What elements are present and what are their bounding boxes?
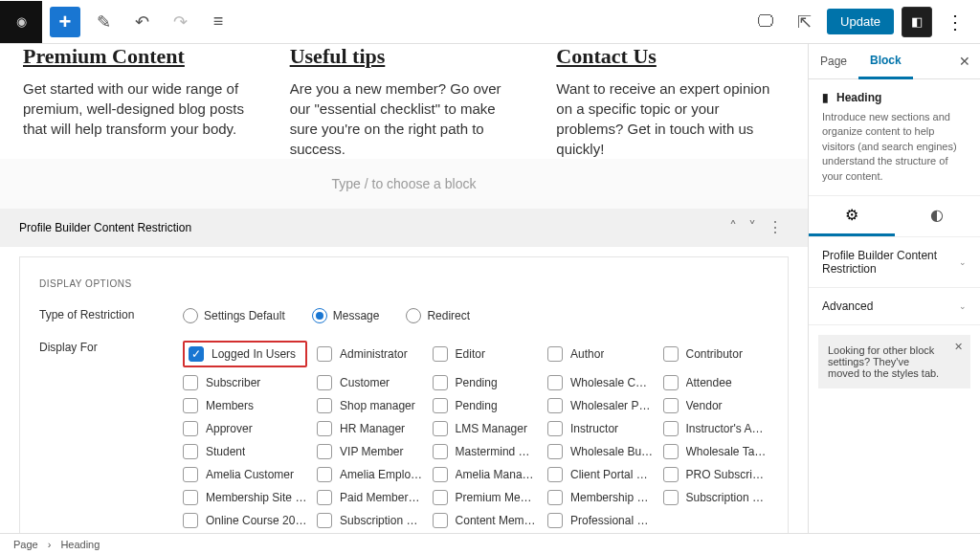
checkbox-role[interactable]: Student — [183, 444, 307, 459]
content-column[interactable]: Contact Us Want to receive an expert opi… — [556, 44, 785, 159]
checkbox-role[interactable]: Content Membership Plan — [433, 513, 538, 528]
tab-page[interactable]: Page — [809, 45, 858, 78]
block-type-name: Heading — [836, 91, 881, 104]
settings-tab-icon[interactable]: ⚙ — [809, 196, 895, 236]
checkbox-role[interactable]: Amelia Manager — [433, 467, 538, 482]
move-down-icon[interactable]: ˅ — [743, 218, 762, 236]
checkbox-role[interactable]: Client Portal Subscription — [547, 467, 653, 482]
checkbox-role[interactable]: Members — [183, 398, 307, 413]
block-inserter-prompt[interactable]: Type / to choose a block — [0, 159, 808, 209]
content-column[interactable]: Premium Content Get started with our wid… — [23, 44, 252, 159]
checkbox-role[interactable]: Paid Membership Plan — [317, 490, 422, 505]
checkbox-role[interactable]: Customer — [317, 375, 422, 390]
checkbox-role[interactable]: Contributor — [663, 341, 768, 367]
type-of-restriction-label: Type of Restriction — [39, 308, 183, 323]
tab-block[interactable]: Block — [858, 44, 913, 79]
dismiss-notice-icon[interactable]: ✕ — [954, 341, 963, 353]
checkbox-role[interactable]: Author — [547, 341, 653, 367]
checkbox-role[interactable]: Editor — [433, 341, 538, 367]
add-block-button[interactable]: + — [50, 7, 80, 37]
breadcrumb-leaf[interactable]: Heading — [60, 539, 100, 550]
checkbox-role[interactable]: Shop manager — [317, 398, 422, 413]
display-options-heading: DISPLAY OPTIONS — [39, 278, 768, 289]
more-options-icon[interactable]: ⋮ — [940, 11, 970, 33]
checkbox-role[interactable]: Pending — [433, 398, 538, 413]
list-view-icon[interactable]: ≡ — [203, 7, 234, 37]
checkbox-role[interactable]: Subscription Plan — [317, 513, 422, 528]
device-preview-icon[interactable]: 🖵 — [750, 7, 781, 37]
checkbox-role[interactable]: Wholesale Buyer — [547, 444, 653, 459]
column-body[interactable]: Want to receive an expert opinion on a s… — [556, 78, 785, 159]
column-heading[interactable]: Contact Us — [556, 44, 785, 69]
panel-heading: Profile Builder Content Restriction — [19, 221, 191, 234]
styles-moved-notice: Looking for other block settings? They'v… — [818, 335, 970, 388]
styles-tab-icon[interactable]: ◐ — [895, 196, 981, 236]
column-heading[interactable]: Useful tips — [290, 44, 519, 69]
checkbox-role[interactable]: Wholesaler Purchasers — [547, 398, 653, 413]
checkbox-role[interactable]: VIP Member — [317, 444, 422, 459]
site-logo[interactable]: ◉ — [0, 1, 42, 43]
checkbox-role[interactable]: Professional Fitness Plan — [547, 513, 653, 528]
chevron-down-icon: ⌄ — [959, 301, 967, 311]
chevron-down-icon: ⌄ — [959, 257, 967, 267]
checkbox-role[interactable]: Membership Plan 2023 — [547, 490, 653, 505]
checkbox-role[interactable]: Vendor — [663, 398, 768, 413]
checkbox-role[interactable]: Online Course 2023 — [183, 513, 307, 528]
display-for-label: Display For — [39, 341, 183, 354]
checkbox-role[interactable]: HR Manager — [317, 421, 422, 436]
update-button[interactable]: Update — [827, 9, 894, 34]
checkbox-role[interactable]: Instructor — [547, 421, 653, 436]
edit-icon[interactable]: ✎ — [88, 7, 119, 37]
checkbox-role[interactable]: Administrator — [317, 341, 422, 367]
undo-icon[interactable]: ↶ — [126, 7, 157, 37]
column-body[interactable]: Get started with our wide range of premi… — [23, 78, 252, 139]
column-heading[interactable]: Premium Content — [23, 44, 252, 69]
panel-options-icon[interactable]: ⋮ — [762, 218, 789, 236]
checkbox-role[interactable]: Subscriber — [183, 375, 307, 390]
checkbox-role[interactable]: Premium Membership Con... — [433, 490, 538, 505]
sidebar-panel-content-restriction[interactable]: Profile Builder Content Restriction⌄ — [809, 237, 980, 288]
checkbox-role[interactable]: Amelia Customer — [183, 467, 307, 482]
breadcrumb-root[interactable]: Page — [13, 539, 38, 550]
external-preview-icon[interactable]: ⇱ — [789, 7, 819, 37]
settings-sidebar-toggle[interactable]: ◧ — [902, 7, 932, 37]
block-type-description: Introduce new sections and organize cont… — [822, 110, 967, 184]
checkbox-role[interactable]: Subscription Plan — [663, 490, 768, 505]
close-sidebar-icon[interactable]: ✕ — [949, 54, 980, 69]
checkbox-role[interactable]: Attendee — [663, 375, 768, 390]
move-up-icon[interactable]: ˄ — [724, 218, 743, 236]
checkbox-role[interactable]: Approver — [183, 421, 307, 436]
sidebar-panel-advanced[interactable]: Advanced⌄ — [809, 288, 980, 325]
checkbox-role[interactable]: PRO Subscription — [663, 467, 768, 482]
checkbox-role[interactable]: Wholesale Tax Free — [663, 444, 768, 459]
checkbox-role[interactable]: Membership Site Subscript... — [183, 490, 307, 505]
checkbox-role[interactable]: Pending — [433, 375, 538, 390]
checkbox-role[interactable]: LMS Manager — [433, 421, 538, 436]
radio-redirect[interactable]: Redirect — [406, 308, 470, 323]
column-body[interactable]: Are you a new member? Go over our "essen… — [290, 78, 519, 159]
radio-settings-default[interactable]: Settings Default — [183, 308, 285, 323]
content-column[interactable]: Useful tips Are you a new member? Go ove… — [290, 44, 519, 159]
heading-icon: ▮ — [822, 91, 829, 104]
radio-message[interactable]: Message — [312, 308, 380, 323]
checkbox-role[interactable]: Wholesale Customer — [547, 375, 653, 390]
breadcrumb-separator-icon: › — [48, 539, 52, 550]
checkbox-role[interactable]: Mastermind Group — [433, 444, 538, 459]
checkbox-role[interactable]: Instructor's Assistant — [663, 421, 768, 436]
checkbox-role[interactable]: Amelia Employee — [317, 467, 422, 482]
redo-icon[interactable]: ↷ — [165, 7, 195, 37]
checkbox-logged-in-users[interactable]: ✓Logged In Users — [189, 346, 296, 362]
